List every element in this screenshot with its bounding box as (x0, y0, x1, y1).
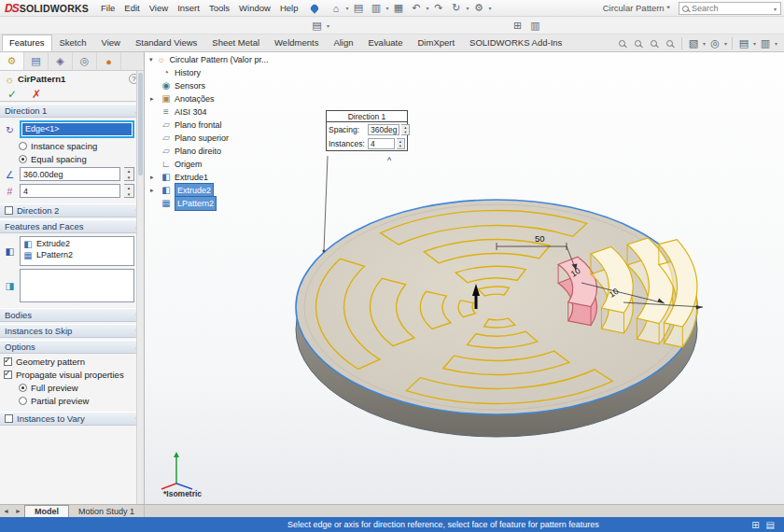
tree-item-front-plane[interactable]: ▱Plano frontal (147, 119, 268, 132)
tree-item-origin[interactable]: ∟Origem (147, 158, 268, 171)
collapse-icon[interactable]: ▾ (149, 53, 153, 66)
propagate-visual-properties-checkbox[interactable] (4, 371, 12, 379)
redo-icon[interactable]: ↷ (430, 1, 446, 15)
chevron-down-icon[interactable]: ▾ (703, 40, 706, 47)
menu-insert[interactable]: Insert (173, 2, 204, 14)
direction-reference-selection-box[interactable]: Edge<1> (20, 120, 134, 138)
property-manager-tab[interactable]: ⚙ (0, 52, 24, 70)
section-instances-vary-header[interactable]: Instances to Vary ▾ (0, 412, 144, 426)
section-options-header[interactable]: Options ▴ (0, 340, 144, 354)
pin-menu-icon[interactable] (310, 3, 320, 13)
home-icon[interactable]: ⌂ (328, 1, 343, 15)
chevron-down-icon[interactable]: ▾ (385, 5, 388, 11)
view-orientation-icon[interactable]: ◎ (707, 36, 722, 50)
search-input[interactable] (692, 4, 770, 13)
rotate-view-icon[interactable] (663, 36, 678, 50)
units-icon[interactable]: ▤ (766, 520, 775, 530)
instances-spinner[interactable]: ▴▾ (124, 184, 134, 198)
motion-study-tab[interactable]: Motion Study 1 (69, 505, 145, 517)
tree-item-right-plane[interactable]: ▱Plano direito (147, 145, 268, 158)
list-item[interactable]: ▦LPattern2 (22, 249, 132, 260)
tree-item-extrude1[interactable]: ▸◧Extrude1 (147, 171, 268, 184)
chevron-down-icon[interactable]: ▾ (327, 22, 329, 29)
instances-vary-checkbox[interactable] (5, 414, 13, 423)
tab-sketch[interactable]: Sketch (52, 35, 94, 51)
apply-scene-icon[interactable]: ▥ (758, 36, 773, 50)
folder-options-icon[interactable]: ▤ (309, 19, 325, 33)
chevron-down-icon[interactable]: ▾ (775, 40, 777, 47)
selected-edge[interactable]: Edge<1> (22, 123, 132, 135)
display-style-icon[interactable]: ▧ (686, 36, 701, 50)
tree-item-material[interactable]: ≡AISI 304 (147, 105, 268, 119)
tree-item-lpattern2[interactable]: ▦LPattern2 (147, 197, 268, 210)
rebuild-icon[interactable]: ↻ (448, 1, 464, 15)
instances-value-field[interactable]: 4 (368, 138, 395, 149)
angle-input[interactable]: 360.00deg (20, 167, 120, 181)
menu-help[interactable]: Help (275, 2, 303, 14)
tab-view[interactable]: View (94, 35, 128, 51)
grid-icon[interactable]: ⊞ (751, 520, 759, 530)
instance-spacing-radio[interactable] (19, 142, 27, 150)
menu-view[interactable]: View (145, 2, 173, 14)
zoom-in-out-icon[interactable] (647, 36, 662, 50)
chevron-down-icon[interactable]: ▾ (345, 5, 348, 11)
chevron-down-icon[interactable]: ▾ (426, 5, 428, 11)
section-direction1-header[interactable]: Direction 1 ▴ (0, 104, 144, 118)
tree-item-sensors[interactable]: ◉Sensors (147, 79, 268, 92)
menu-window[interactable]: Window (234, 2, 275, 14)
spacing-value-field[interactable]: 360deg (368, 124, 399, 135)
direction1-callout[interactable]: Direction 1 Spacing: 360deg ▴▾ Instances… (326, 110, 408, 151)
model-tab[interactable]: Model (24, 505, 69, 517)
tab-weldments[interactable]: Weldments (267, 35, 326, 51)
tab-standard-views[interactable]: Standard Views (128, 35, 204, 51)
dimxpert-manager-tab[interactable]: ◈ (49, 52, 73, 70)
spacing-spinner[interactable]: ▴▾ (401, 124, 410, 135)
undo-icon[interactable]: ↶ (408, 1, 424, 15)
partial-preview-radio[interactable] (19, 397, 27, 405)
prev-tab-icon[interactable]: ◄ (0, 505, 12, 517)
tree-item-history[interactable]: ◔History (147, 66, 268, 79)
instances-input[interactable]: 4 (20, 184, 120, 198)
zoom-fit-icon[interactable] (615, 36, 630, 50)
chevron-down-icon[interactable]: ▾ (774, 6, 777, 12)
search-box[interactable]: ▾ (679, 2, 781, 15)
options-gear-icon[interactable]: ⚙ (470, 1, 486, 15)
panel-scrollbar[interactable] (136, 71, 144, 504)
scrollbar-thumb[interactable] (138, 73, 143, 175)
save-icon[interactable]: ▥ (368, 1, 384, 15)
hide-show-items-icon[interactable]: ▤ (736, 36, 751, 50)
menu-tools[interactable]: Tools (204, 2, 234, 14)
print-icon[interactable]: ▦ (390, 1, 406, 15)
menu-edit[interactable]: Edit (119, 2, 144, 14)
cancel-button[interactable]: ✗ (32, 88, 41, 101)
angle-spinner[interactable]: ▴▾ (124, 167, 134, 181)
tree-item-top-plane[interactable]: ▱Plano superior (147, 132, 268, 145)
tab-features[interactable]: Features (2, 35, 52, 51)
chevron-down-icon[interactable]: ▾ (488, 5, 491, 11)
tree-item-annotations[interactable]: ▸▣Anotações (147, 92, 268, 105)
tab-align[interactable]: Align (326, 35, 360, 51)
full-preview-radio[interactable] (19, 384, 27, 392)
tool-icon[interactable]: ▥ (527, 19, 543, 33)
menu-file[interactable]: File (96, 2, 119, 14)
section-instances-skip-header[interactable]: Instances to Skip ▾ (0, 324, 144, 338)
chevron-down-icon[interactable]: ▾ (724, 40, 727, 47)
next-tab-icon[interactable]: ► (12, 505, 24, 517)
geometry-pattern-checkbox[interactable] (4, 357, 12, 366)
open-icon[interactable]: ▤ (350, 1, 366, 15)
tree-root[interactable]: ▾ ☼ Circular Pattern (Valor pr... (147, 53, 268, 66)
instances-spinner[interactable]: ▴▾ (397, 138, 405, 149)
callout-collapse-icon[interactable]: ^ (387, 156, 391, 165)
list-item[interactable]: ◧Extrude2 (22, 238, 132, 249)
expand-arrow-icon[interactable]: ▸ (150, 92, 154, 105)
section-bodies-header[interactable]: Bodies ▾ (0, 308, 144, 322)
tree-item-extrude2[interactable]: ▸◧Extrude2 (147, 184, 268, 197)
chevron-down-icon[interactable]: ▾ (466, 5, 469, 11)
tab-sheet-metal[interactable]: Sheet Metal (204, 35, 267, 51)
equal-spacing-radio[interactable] (19, 155, 27, 163)
features-list[interactable]: ◧Extrude2 ▦LPattern2 (20, 236, 134, 266)
chevron-down-icon[interactable]: ▾ (753, 40, 756, 47)
expand-arrow-icon[interactable]: ▸ (150, 184, 154, 197)
faces-list[interactable] (20, 269, 134, 302)
direction2-checkbox[interactable] (5, 206, 13, 215)
